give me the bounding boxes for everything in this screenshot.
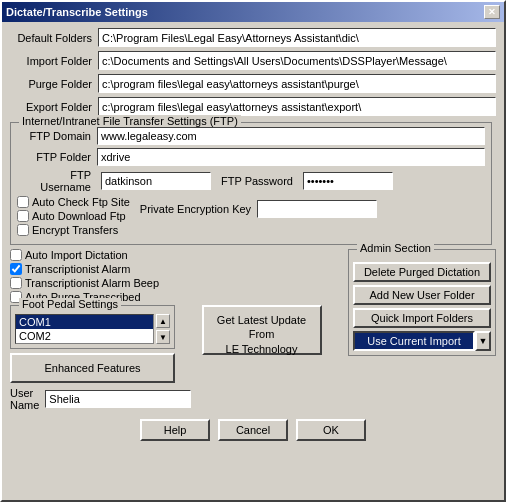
close-button[interactable]: ✕ <box>484 5 500 19</box>
delete-purged-button[interactable]: Delete Purged Dictation <box>353 262 491 282</box>
import-folder-row: Import Folder <box>10 51 496 70</box>
import-folder-label: Import Folder <box>10 55 98 67</box>
default-folders-input[interactable] <box>98 28 496 47</box>
use-current-row: Use Current Import ▼ <box>353 331 491 351</box>
ftp-group: Internet/Intranet File Transfer Settings… <box>10 122 492 245</box>
enc-key-col: Private Encryption Key <box>130 196 485 218</box>
quick-import-button[interactable]: Quick Import Folders <box>353 308 491 328</box>
auto-download-checkbox[interactable] <box>17 210 29 222</box>
ftp-folder-input[interactable] <box>97 148 485 166</box>
com2-item[interactable]: COM2 <box>16 329 153 343</box>
auto-check-row: Auto Check Ftp Site <box>17 196 130 208</box>
ftp-domain-input[interactable] <box>97 127 485 145</box>
username-input[interactable] <box>45 390 191 408</box>
export-folder-label: Export Folder <box>10 101 98 113</box>
export-folder-input[interactable] <box>98 97 496 116</box>
transcriptionist-alarm-label: Transcriptionist Alarm <box>25 263 130 275</box>
encrypt-label: Encrypt Transfers <box>32 224 118 236</box>
auto-check-checkbox[interactable] <box>17 196 29 208</box>
listbox-scrollbar: ▲ ▼ <box>156 314 170 344</box>
foot-pedal-title: Foot Pedal Settings <box>19 298 121 310</box>
help-button[interactable]: Help <box>140 419 210 441</box>
import-folder-input[interactable] <box>98 51 496 70</box>
ftp-domain-label: FTP Domain <box>17 130 97 142</box>
ftp-username-input[interactable] <box>101 172 211 190</box>
left-bottom: Auto Import Dictation Transcriptionist A… <box>10 249 175 411</box>
ftp-password-label: FTP Password <box>215 175 299 187</box>
auto-download-row: Auto Download Ftp <box>17 210 130 222</box>
admin-section: Admin Section Delete Purged Dictation Ad… <box>348 249 496 356</box>
auto-import-row: Auto Import Dictation <box>10 249 175 261</box>
auto-import-label: Auto Import Dictation <box>25 249 128 261</box>
ftp-checks: Auto Check Ftp Site Auto Download Ftp En… <box>17 196 130 238</box>
transcriptionist-alarm-beep-label: Transcriptionist Alarm Beep <box>25 277 159 289</box>
com1-item[interactable]: COM1 <box>16 315 153 329</box>
ftp-password-input[interactable] <box>303 172 393 190</box>
scroll-down-btn[interactable]: ▼ <box>156 330 170 344</box>
auto-check-label: Auto Check Ftp Site <box>32 196 130 208</box>
transcriptionist-alarm-beep-row: Transcriptionist Alarm Beep <box>10 277 175 289</box>
checks-and-enc: Auto Check Ftp Site Auto Download Ftp En… <box>17 196 485 238</box>
add-user-folder-button[interactable]: Add New User Folder <box>353 285 491 305</box>
ftp-domain-row: FTP Domain <box>17 127 485 145</box>
title-bar-controls: ✕ <box>484 5 500 19</box>
encrypt-row: Encrypt Transfers <box>17 224 130 236</box>
title-bar: Dictate/Transcribe Settings ✕ <box>2 2 504 22</box>
ftp-username-label: FTP Username <box>17 169 97 193</box>
foot-pedal-box: Foot Pedal Settings COM1 COM2 ▲ ▼ <box>10 305 175 349</box>
ftp-userpass-row: FTP Username FTP Password <box>17 169 485 193</box>
enc-key-input[interactable] <box>257 200 377 218</box>
auto-import-checkbox[interactable] <box>10 249 22 261</box>
admin-section-title: Admin Section <box>357 242 434 254</box>
username-row: User Name <box>10 387 175 411</box>
transcriptionist-alarm-row: Transcriptionist Alarm <box>10 263 175 275</box>
enc-key-label: Private Encryption Key <box>140 203 257 215</box>
get-update-button[interactable]: Get Latest Update FromLE Technology <box>202 305 322 355</box>
window-title: Dictate/Transcribe Settings <box>6 6 148 18</box>
username-label: User Name <box>10 387 45 411</box>
main-window: Dictate/Transcribe Settings ✕ Default Fo… <box>0 0 506 502</box>
transcriptionist-alarm-beep-checkbox[interactable] <box>10 277 22 289</box>
scroll-up-btn[interactable]: ▲ <box>156 314 170 328</box>
ftp-group-title: Internet/Intranet File Transfer Settings… <box>19 115 241 127</box>
default-folders-label: Default Folders <box>10 32 98 44</box>
mid-bottom: Get Latest Update FromLE Technology <box>181 249 342 411</box>
foot-pedal-listbox[interactable]: COM1 COM2 <box>15 314 154 344</box>
cancel-button[interactable]: Cancel <box>218 419 288 441</box>
ftp-folder-row: FTP Folder <box>17 148 485 166</box>
export-folder-row: Export Folder <box>10 97 496 116</box>
transcriptionist-alarm-checkbox[interactable] <box>10 263 22 275</box>
default-folders-row: Default Folders <box>10 28 496 47</box>
encrypt-checkbox[interactable] <box>17 224 29 236</box>
foot-pedal-controls: COM1 COM2 ▲ ▼ <box>15 314 170 344</box>
use-current-arrow[interactable]: ▼ <box>475 331 491 351</box>
dialog-buttons: Help Cancel OK <box>10 419 496 441</box>
purge-folder-row: Purge Folder <box>10 74 496 93</box>
ftp-folder-label: FTP Folder <box>17 151 97 163</box>
bottom-section: Auto Import Dictation Transcriptionist A… <box>10 249 496 411</box>
auto-download-label: Auto Download Ftp <box>32 210 126 222</box>
purge-folder-input[interactable] <box>98 74 496 93</box>
use-current-button[interactable]: Use Current Import <box>353 331 475 351</box>
right-bottom: Admin Section Delete Purged Dictation Ad… <box>348 249 496 411</box>
enhanced-features-button[interactable]: Enhanced Features <box>10 353 175 383</box>
ok-button[interactable]: OK <box>296 419 366 441</box>
purge-folder-label: Purge Folder <box>10 78 98 90</box>
